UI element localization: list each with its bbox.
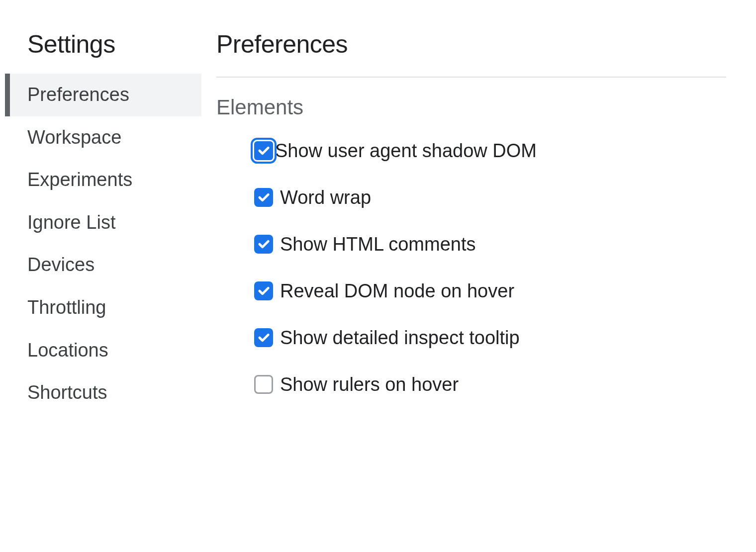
- sidebar-item-label: Preferences: [27, 84, 129, 105]
- option-label: Show detailed inspect tooltip: [280, 328, 520, 347]
- main-panel: Preferences Elements Show user agent sha…: [201, 30, 756, 552]
- sidebar-item-locations[interactable]: Locations: [5, 329, 201, 372]
- sidebar-item-label: Locations: [27, 340, 108, 361]
- sidebar-item-label: Workspace: [27, 127, 121, 148]
- sidebar-item-label: Experiments: [27, 169, 132, 190]
- sidebar-item-label: Shortcuts: [27, 382, 107, 403]
- options-list: Show user agent shadow DOM Word wrap Sho…: [216, 141, 726, 394]
- option-label: Show rulers on hover: [280, 375, 459, 394]
- option-show-user-agent-shadow-dom[interactable]: Show user agent shadow DOM: [254, 141, 726, 160]
- page-title: Preferences: [216, 30, 726, 77]
- checkbox-icon[interactable]: [254, 141, 273, 160]
- sidebar-title: Settings: [5, 30, 201, 74]
- checkbox-icon[interactable]: [254, 235, 273, 254]
- checkbox-icon[interactable]: [254, 188, 273, 207]
- checkbox-icon[interactable]: [254, 328, 273, 347]
- sidebar-item-throttling[interactable]: Throttling: [5, 286, 201, 329]
- checkbox-icon[interactable]: [254, 281, 273, 300]
- section-title-elements: Elements: [216, 95, 726, 119]
- divider: [216, 77, 726, 78]
- option-show-rulers-on-hover[interactable]: Show rulers on hover: [254, 375, 726, 394]
- sidebar-item-shortcuts[interactable]: Shortcuts: [5, 371, 201, 414]
- option-label: Word wrap: [280, 188, 371, 207]
- sidebar-item-experiments[interactable]: Experiments: [5, 159, 201, 201]
- sidebar-item-label: Throttling: [27, 297, 106, 318]
- checkbox-icon[interactable]: [254, 375, 273, 394]
- option-show-detailed-inspect-tooltip[interactable]: Show detailed inspect tooltip: [254, 328, 726, 347]
- sidebar-item-workspace[interactable]: Workspace: [5, 116, 201, 159]
- option-word-wrap[interactable]: Word wrap: [254, 188, 726, 207]
- sidebar-item-preferences[interactable]: Preferences: [5, 74, 201, 116]
- option-reveal-dom-node-on-hover[interactable]: Reveal DOM node on hover: [254, 281, 726, 300]
- option-label: Show user agent shadow DOM: [275, 141, 537, 160]
- sidebar-item-devices[interactable]: Devices: [5, 244, 201, 286]
- option-show-html-comments[interactable]: Show HTML comments: [254, 235, 726, 254]
- sidebar-item-label: Devices: [27, 254, 94, 275]
- settings-sidebar: Settings Preferences Workspace Experimen…: [0, 30, 201, 552]
- sidebar-item-ignore-list[interactable]: Ignore List: [5, 201, 201, 244]
- option-label: Show HTML comments: [280, 235, 475, 254]
- option-label: Reveal DOM node on hover: [280, 281, 514, 300]
- sidebar-item-label: Ignore List: [27, 212, 115, 233]
